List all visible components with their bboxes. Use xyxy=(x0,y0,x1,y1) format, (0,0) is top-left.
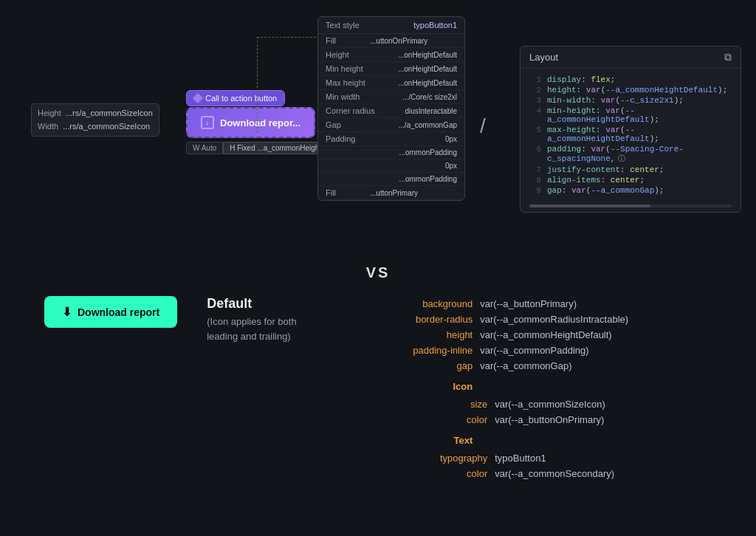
prop-key-icon-color: color xyxy=(399,414,487,425)
prop-val-text-color: var(--a_commonSecondary) xyxy=(495,468,614,479)
props-panel: Text style typoButton1 Fill ...uttonOnPr… xyxy=(317,16,465,201)
prop-key-background: background xyxy=(384,298,472,309)
bottom-section: ⬇ Download report Default (Icon applies … xyxy=(0,289,756,496)
props-table: background var(--a_buttonPrimary) border… xyxy=(384,296,712,481)
prop-key-typography: typography xyxy=(399,453,487,464)
default-caption: (Icon applies for bothleading and traili… xyxy=(207,315,354,343)
width-val: ...rs/a_commonSizeIcon xyxy=(63,120,150,134)
copy-icon[interactable]: ⧉ xyxy=(724,51,732,63)
prop-key-padding-inline: padding-inline xyxy=(384,345,472,356)
fill2-val: ...uttonPrimary xyxy=(370,189,418,197)
vs-divider: VS xyxy=(0,251,756,289)
download-btn-label: Download report xyxy=(78,306,159,318)
top-section: Height ...rs/a_commonSizeIcon Width ...r… xyxy=(0,0,756,251)
prop-val-typography: typoButton1 xyxy=(495,453,546,464)
prop-key-border-radius: border-radius xyxy=(384,314,472,325)
fill-label: Fill xyxy=(326,36,370,45)
prop-key-text-color: color xyxy=(399,468,487,479)
slash-divider: / xyxy=(480,114,486,138)
height-label: Height xyxy=(38,107,61,120)
code-block: 1display: flex; 2height: var(--a_commonH… xyxy=(520,69,740,202)
prop-key-icon-size: size xyxy=(399,399,487,410)
connector-line xyxy=(257,37,323,133)
layout-panel: Layout ⧉ 1display: flex; 2height: var(--… xyxy=(520,46,741,213)
download-icon-canvas: ↓ xyxy=(201,116,214,129)
fill-val: ...uttonOnPrimary xyxy=(370,37,427,45)
prop-val-icon-color: var(--a_buttonOnPrimary) xyxy=(495,414,604,425)
prop-val-gap: var(--a_commonGap) xyxy=(480,360,571,371)
download-report-button[interactable]: ⬇ Download report xyxy=(44,296,177,328)
section-icon: Icon xyxy=(384,379,472,394)
w-part: W Auto xyxy=(186,142,223,154)
text-style-val: typoButton1 xyxy=(413,21,457,30)
diamond-icon xyxy=(193,93,203,103)
height-val: ...rs/a_commonSizeIcon xyxy=(66,107,153,120)
prop-val-background: var(--a_buttonPrimary) xyxy=(480,298,577,309)
fill2-label: Fill xyxy=(326,188,370,197)
prop-val-height: var(--a_commonHeightDefault) xyxy=(480,329,611,340)
prop-val-border-radius: var(--a_commonRadiusIntractable) xyxy=(480,314,628,325)
layout-title: Layout xyxy=(529,52,558,63)
width-label: Width xyxy=(38,120,58,134)
section-text: Text xyxy=(384,433,472,448)
download-icon: ⬇ xyxy=(62,305,72,319)
default-title: Default xyxy=(207,296,354,312)
prop-key-gap: gap xyxy=(384,360,472,371)
hw-labels-box: Height ...rs/a_commonSizeIcon Width ...r… xyxy=(31,103,159,137)
default-info: Default (Icon applies for bothleading an… xyxy=(207,296,354,343)
text-style-label: Text style xyxy=(326,21,360,30)
prop-val-icon-size: var(--a_commonSizeIcon) xyxy=(495,399,605,410)
prop-key-height: height xyxy=(384,329,472,340)
prop-val-padding-inline: var(--a_commonPadding) xyxy=(480,345,588,356)
